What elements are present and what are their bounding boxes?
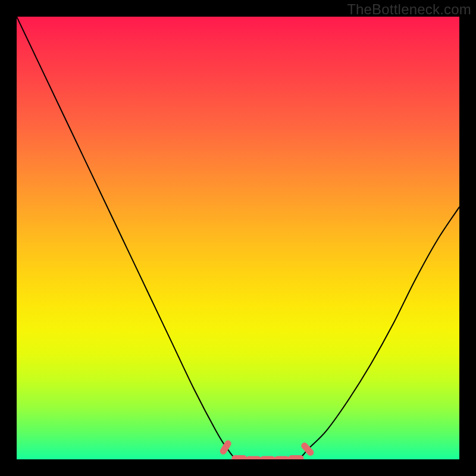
data-pill	[246, 456, 261, 460]
data-pill	[260, 456, 275, 460]
data-pills	[219, 439, 315, 459]
chart-stage: TheBottleneck.com	[0, 0, 476, 476]
plot-area	[17, 17, 459, 459]
data-pill	[231, 455, 247, 459]
bottleneck-curve	[17, 17, 459, 459]
data-pill	[274, 456, 290, 460]
curve-path	[17, 17, 459, 459]
watermark-text: TheBottleneck.com	[347, 1, 471, 18]
data-pill	[300, 441, 315, 458]
data-pill	[288, 455, 303, 459]
